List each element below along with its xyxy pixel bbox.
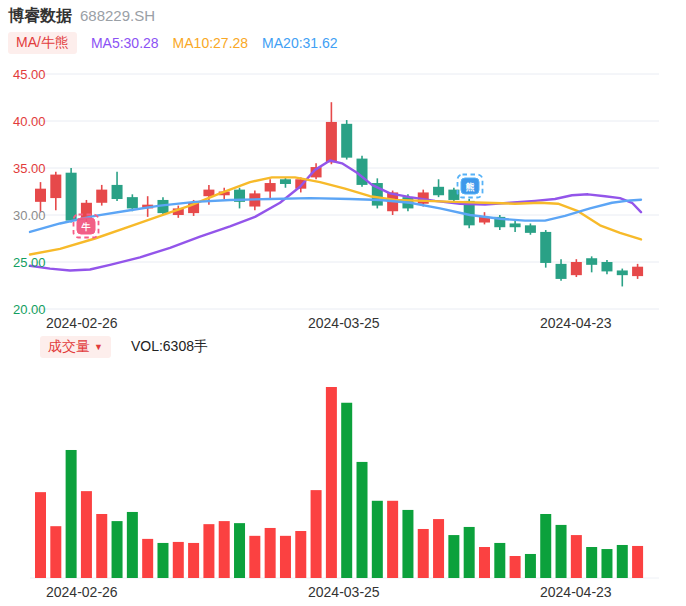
candlestick [372,178,383,208]
volume-bar [81,491,92,578]
ma10-value-label: MA10:27.28 [173,35,249,51]
x-axis-label: 2024-04-23 [540,315,612,331]
candle-body [632,267,643,276]
candlestick [265,179,276,198]
candle-body [540,232,551,263]
volume-bar [96,514,107,578]
volume-bar [112,521,123,578]
volume-bar [326,387,337,578]
volume-bar [295,531,306,578]
volume-bar [479,547,490,578]
x-axis-label: 2024-04-23 [540,584,612,600]
candlestick [326,102,337,164]
bear-marker-glyph: 熊 [466,182,475,192]
bull-marker-glyph: 牛 [81,222,91,232]
volume-bar [632,546,643,578]
volume-bar [234,523,245,578]
candle-body [571,262,582,275]
volume-bar [157,543,168,578]
x-axis-label: 2024-02-26 [46,584,118,600]
y-axis-label: 20.00 [13,302,46,316]
y-axis-label: 45.00 [13,67,46,82]
volume-bar [448,535,459,578]
candle-body [617,270,628,275]
candlestick [341,120,352,159]
candlestick [510,220,521,232]
volume-indicator-badge-label: 成交量 [48,338,90,356]
volume-bar [127,512,138,578]
volume-bar [617,545,628,578]
volume-indicator-badge[interactable]: 成交量 ▼ [40,336,111,358]
y-axis-label: 30.00 [13,208,46,223]
title-row: 博睿数据 688229.SH [8,6,155,27]
candlestick [112,172,123,201]
volume-bar [402,510,413,578]
ma-indicator-badge[interactable]: MA/牛熊 [8,32,77,54]
volume-bar [601,549,612,578]
candle-body [510,223,521,227]
candle-body [525,225,536,233]
x-axis-label: 2024-03-25 [308,315,380,331]
volume-bar [173,542,184,578]
y-axis-label: 35.00 [13,161,46,176]
candle-body [556,264,567,279]
candlestick [617,269,628,287]
volume-bar [433,519,444,578]
candle-body [127,197,138,208]
stock-name: 博睿数据 [8,6,72,27]
candle-body [326,122,337,162]
volume-bar [50,526,61,578]
candlestick [96,185,107,206]
bull-marker-icon[interactable]: 牛 [74,215,99,238]
volume-bar [142,539,153,578]
candlestick [525,223,536,234]
candle-body [280,179,291,184]
candle-body [66,173,77,221]
candlestick [586,256,597,272]
volume-bar [188,543,199,578]
candlestick [433,179,444,197]
candlestick [357,156,368,187]
volume-bar [249,536,260,578]
x-axis-label: 2024-02-26 [46,315,118,331]
volume-bar [311,490,322,578]
volume-bar [341,403,352,578]
volume-bar [372,501,383,578]
volume-bar [586,547,597,578]
volume-bar [219,521,230,578]
bear-marker-icon[interactable]: 熊 [458,175,483,198]
volume-bar [464,527,475,578]
volume-bar [265,528,276,578]
ma5-value-label: MA5:30.28 [91,35,159,51]
volume-header-row: 成交量 ▼ VOL:6308手 [40,336,208,358]
volume-value-label: VOL:6308手 [131,338,208,356]
candlestick [632,264,643,279]
y-axis-label: 25.00 [13,255,46,270]
volume-bar [203,524,214,578]
volume-bar [418,529,429,578]
candlestick [540,230,551,268]
volume-bar [35,492,46,578]
dropdown-arrow-icon: ▼ [94,343,103,352]
volume-bar [357,462,368,578]
volume-bar [387,501,398,578]
candlestick [601,260,612,274]
candlestick [50,172,61,211]
candle-body [50,175,61,199]
candle-body [265,183,276,191]
volume-chart-x-axis: 2024-02-262024-03-252024-04-23 [0,584,686,602]
candlestick [66,168,77,223]
candle-body [433,187,444,195]
candlestick [234,188,245,209]
stock-code: 688229.SH [80,7,155,24]
ma-indicator-badge-label: MA/牛熊 [16,34,69,52]
volume-chart [0,368,686,580]
candle-body [35,189,46,202]
candle-body [586,258,597,265]
candle-body [112,185,123,199]
volume-bar [525,554,536,578]
volume-bar [510,556,521,578]
volume-bar [494,543,505,578]
candle-body [341,124,352,158]
price-chart-x-axis: 2024-02-262024-03-252024-04-23 [0,315,686,333]
